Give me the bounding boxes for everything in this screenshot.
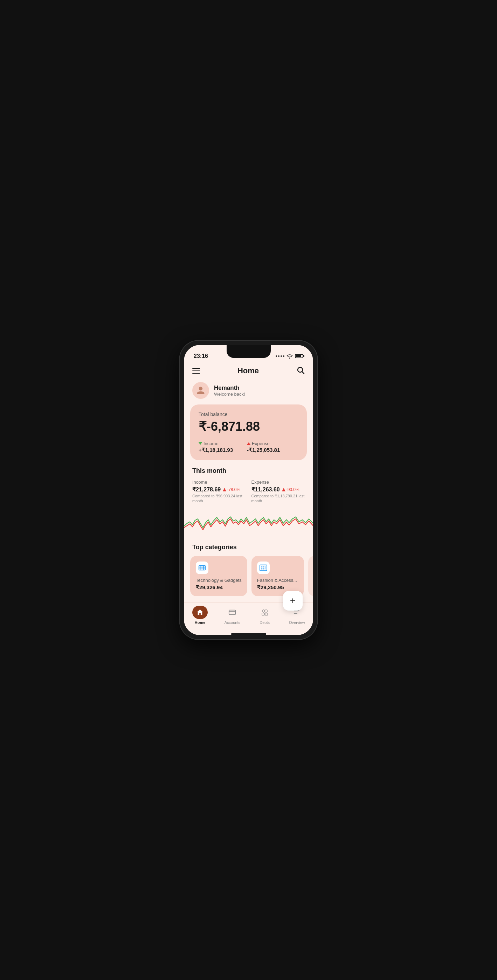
- tech-icon: [196, 562, 208, 574]
- user-info: Hemanth Welcome back!: [214, 385, 245, 397]
- svg-line-1: [302, 372, 304, 374]
- expense-item: Expense -₹1,25,053.81: [247, 441, 280, 453]
- balance-label: Total balance: [198, 412, 299, 417]
- income-value: +₹1,18,181.93: [198, 447, 233, 453]
- expense-value: -₹1,25,053.81: [247, 447, 280, 453]
- page-title: Home: [237, 366, 259, 375]
- expense-label: Expense: [247, 441, 280, 446]
- tech-category-name: Technology & Gadgets: [196, 578, 242, 583]
- balance-row: Income +₹1,18,181.93 Expense -₹1,25,053.…: [198, 441, 299, 453]
- avatar: [192, 382, 209, 399]
- user-welcome: Welcome back!: [214, 391, 245, 397]
- month-income-amount: ₹21,278.69: [192, 486, 221, 493]
- main-scroll[interactable]: Home Hemanth Welcome back!: [184, 363, 313, 603]
- svg-rect-21: [265, 613, 268, 615]
- svg-point-18: [262, 610, 264, 612]
- month-income-compare: Compared to ₹96,903.24 last month: [192, 493, 246, 504]
- month-income-title: Income: [192, 479, 246, 485]
- month-expense-change: -90.0%: [282, 487, 300, 492]
- month-stats: Income ₹21,278.69 -78.0% Compared to ₹96…: [184, 479, 313, 509]
- svg-rect-12: [263, 566, 264, 568]
- wifi-icon: [286, 354, 293, 359]
- status-time: 23:16: [194, 353, 208, 359]
- fashion-category-amount: ₹29,250.95: [257, 584, 299, 590]
- month-expense-compare: Compared to ₹1,13,790.21 last month: [251, 493, 305, 504]
- income-item: Income +₹1,18,181.93: [198, 441, 233, 453]
- svg-point-19: [265, 610, 267, 612]
- svg-marker-3: [282, 488, 286, 492]
- nav-accounts[interactable]: Accounts: [216, 606, 248, 625]
- tech-category-amount: ₹29,326.94: [196, 584, 242, 590]
- svg-rect-17: [229, 611, 235, 612]
- header: Home: [184, 363, 313, 380]
- signal-icon: [276, 355, 284, 357]
- nav-debts[interactable]: Debts: [249, 606, 281, 625]
- category-card-tech[interactable]: Technology & Gadgets ₹29,326.94: [190, 556, 247, 596]
- month-expense-stat: Expense ₹11,263.60 -90.0% Compared to ₹1…: [251, 479, 305, 504]
- category-card-fashion[interactable]: Fashion & Access... ₹29,250.95: [251, 556, 304, 596]
- month-expense-amount: ₹11,263.60: [251, 486, 280, 493]
- balance-card: Total balance ₹-6,871.88 Income +₹1,18,1…: [190, 404, 307, 460]
- accounts-nav-icon-wrap: [224, 606, 240, 619]
- home-nav-label: Home: [195, 620, 206, 625]
- home-indicator: [231, 633, 266, 635]
- search-button[interactable]: [296, 366, 305, 376]
- svg-rect-13: [261, 568, 262, 570]
- month-income-stat: Income ₹21,278.69 -78.0% Compared to ₹96…: [192, 479, 246, 504]
- month-income-change: -78.0%: [223, 487, 240, 492]
- svg-rect-20: [262, 613, 264, 615]
- categories-title: Top categories: [184, 544, 313, 556]
- monthly-chart: [184, 509, 313, 544]
- expense-arrow-icon: [247, 442, 251, 445]
- category-card-placeholder: [308, 556, 313, 596]
- svg-rect-11: [261, 566, 262, 568]
- debts-nav-icon-wrap: [257, 606, 273, 619]
- svg-rect-10: [260, 565, 267, 571]
- fashion-category-name: Fashion & Access...: [257, 578, 299, 583]
- user-name: Hemanth: [214, 385, 245, 391]
- svg-rect-15: [265, 566, 265, 569]
- this-month-title: This month: [184, 467, 313, 479]
- debts-nav-label: Debts: [260, 620, 270, 625]
- balance-amount: ₹-6,871.88: [198, 419, 299, 434]
- accounts-nav-label: Accounts: [224, 620, 240, 625]
- income-label: Income: [198, 441, 233, 446]
- home-nav-icon-wrap: [192, 606, 208, 619]
- hamburger-menu[interactable]: [192, 368, 200, 374]
- nav-home[interactable]: Home: [184, 606, 216, 625]
- svg-rect-14: [263, 568, 264, 570]
- user-greeting: Hemanth Welcome back!: [184, 380, 313, 404]
- fashion-icon: [257, 562, 270, 574]
- income-arrow-icon: [198, 442, 202, 445]
- battery-icon: [295, 354, 303, 358]
- status-icons: [276, 354, 303, 359]
- svg-marker-2: [223, 488, 226, 492]
- month-expense-title: Expense: [251, 479, 305, 485]
- add-fab-button[interactable]: +: [283, 591, 303, 611]
- overview-nav-label: Overview: [289, 620, 305, 625]
